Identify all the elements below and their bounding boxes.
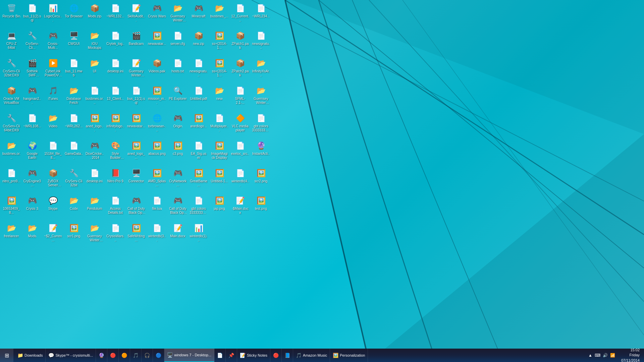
desktop-icon-10653409[interactable]: 🖼️10653409_8... xyxy=(2,194,21,221)
desktop-icon-style-builder[interactable]: 🎨Style Builder 2014 xyxy=(106,139,125,166)
desktop-icon-crysis-multi[interactable]: 🎮Crysis-Multi... xyxy=(43,29,63,56)
taskbar-item-skype-task[interactable]: 💬Skype™ - crysismulti... xyxy=(46,349,96,362)
desktop-icon-cod-blackops-ii[interactable]: 🎮Call of Duty Black Ops I... xyxy=(168,194,187,221)
desktop-icon-cwgui[interactable]: 🖥️CWGUI xyxy=(64,29,84,56)
desktop-icon-crynetwork[interactable]: 🎮CryNetwork... xyxy=(168,167,187,193)
desktop-icon-iou-mockups[interactable]: 📂IOU Mockups xyxy=(85,29,104,56)
show-hidden-icon[interactable]: ▲ xyxy=(588,352,593,358)
taskbar-item-task-extra2[interactable]: 📌 xyxy=(226,349,237,362)
desktop-icon-untitled-1[interactable]: 🖼️Untitled-1... xyxy=(210,167,229,193)
desktop-icon-s2-current[interactable]: 📝~$2_Curren... xyxy=(43,222,63,248)
taskbar-item-amazon-music[interactable]: 🎵Amazon Music xyxy=(293,349,330,362)
desktop-icon-amd-splash[interactable]: 🖼️AMD_Splas... xyxy=(147,167,167,193)
taskbar-item-personalization[interactable]: 🖼️Personalization xyxy=(330,349,368,362)
desktop-icon-skype[interactable]: 💬Skype xyxy=(43,194,63,221)
desktop-icon-wrl234[interactable]: 📄~WRL234... xyxy=(251,2,271,28)
desktop-icon-anedlogo2[interactable]: 🖼️anedlogo... xyxy=(189,112,208,138)
desktop-icon-main-docx[interactable]: 📝-$Main.docx xyxy=(230,194,250,221)
desktop-icon-gamedata[interactable]: 📄GameData... xyxy=(64,139,84,166)
desktop-icon-abacus-png[interactable]: 🖼️abacus.png xyxy=(147,139,167,166)
taskbar-item-task-extra1[interactable]: 📄 xyxy=(214,349,226,362)
desktop-icon-crysis3[interactable]: 🎮Crysis 3 xyxy=(22,194,42,221)
desktop-icon-nitro-pro9[interactable]: 📄nitro_pro9... xyxy=(2,167,21,193)
taskbar-item-windows7-desktop[interactable]: 🖥️windows 7 - Desktop... xyxy=(164,349,214,362)
desktop-icon-bandicam[interactable]: 🎬Bandicam xyxy=(126,29,146,56)
desktop-icon-winterdb3[interactable]: 📄winterdb(3... xyxy=(147,222,167,248)
desktop-icon-vlc[interactable]: 🔶VLC media player xyxy=(230,112,250,138)
desktop-icon-guernsey-winter4[interactable]: 📂Guernsey Winter 2014... xyxy=(85,222,104,248)
desktop-icon-cod-blackops-i[interactable]: 🎮Call of Duty Black Ops I... xyxy=(126,194,146,221)
network-icon[interactable]: 📶 xyxy=(609,352,616,358)
desktop-icon-dicecricket[interactable]: 🎮DiceCricke... 2014 xyxy=(85,139,104,166)
desktop-icon-gbt-colors2[interactable]: 📄gbt colors 333333330... xyxy=(189,194,208,221)
desktop-icon-main-docx2[interactable]: 📝Main.docx xyxy=(168,222,187,248)
desktop-icon-logic-circuit[interactable]: 📊LogicCircu... xyxy=(43,2,63,28)
desktop-icon-multiplayer[interactable]: 📄Multiplayer... xyxy=(210,112,229,138)
desktop-icon-jap-png[interactable]: 🖼️jap.png xyxy=(210,194,229,221)
desktop-icon-video[interactable]: 📂Video xyxy=(43,112,63,138)
desktop-icon-ss2014-1[interactable]: 🖼️ss+(2014-1... xyxy=(210,29,229,56)
desktop-icon-crytek-log[interactable]: 📄Crytek_log... xyxy=(106,29,125,56)
desktop-icon-cpuid[interactable]: 💻CPU-Z 64bit xyxy=(2,29,21,56)
desktop-icon-exetoc[interactable]: 📄exetoc_src... xyxy=(230,139,250,166)
desktop-icon-oracle-vm[interactable]: 📦Oracle VM VirtualBox xyxy=(2,84,21,111)
desktop-icon-bustimes1[interactable]: 📂bustimes_... xyxy=(210,2,229,28)
desktop-icon-wrl108[interactable]: 📄~WRL108... xyxy=(22,112,42,138)
desktop-icon-desktop-ini[interactable]: 📄desktop.ini xyxy=(106,57,125,83)
desktop-icon-recycle-bin[interactable]: 🗑️Recycle Bin xyxy=(2,2,21,28)
desktop-icon-newsignatu2[interactable]: 📄newsignatu... xyxy=(189,57,208,83)
desktop-icon-new-folder[interactable]: 📂new xyxy=(210,84,229,111)
taskbar-item-winamp[interactable]: 🎧 xyxy=(142,349,153,362)
desktop-icon-ea-sig[interactable]: 📄EA_Sig.usm xyxy=(189,139,208,166)
desktop-icon-zpatch1[interactable]: 📦ZPatch1.pak xyxy=(230,29,250,56)
desktop-icon-scr1-png[interactable]: 🖼️scr1.png xyxy=(64,222,84,248)
desktop-icon-newavatar2[interactable]: 🖼️newavatar... xyxy=(126,112,146,138)
desktop-icon-nitro-pro9-2[interactable]: 📕Nitro Pro 9 xyxy=(106,167,125,193)
desktop-icon-gbt-colors1[interactable]: 📄gbt colors 333333330... xyxy=(251,112,271,138)
desktop-icon-bustimes2[interactable]: 📂bustimes.or... xyxy=(2,139,21,166)
desktop-icon-greatbarne[interactable]: 🖼️GreatBarne... xyxy=(189,167,208,193)
desktop-icon-sfml-21[interactable]: 📄SFML-2.1-... xyxy=(230,84,250,111)
desktop-icon-torbrowser[interactable]: 🌐torbrowser-... xyxy=(147,112,167,138)
desktop-icon-crysrv-cli[interactable]: 🔧CryServ-Cli... xyxy=(22,29,42,56)
desktop-icon-aned-logo[interactable]: 🖼️aned_logo... xyxy=(85,112,104,138)
desktop-icon-guernsey-winter3[interactable]: 📂Guernsey Winter 201... xyxy=(251,84,271,111)
desktop-icon-new-zip[interactable]: 📦new.zip xyxy=(189,29,208,56)
desktop-icon-imagemagick[interactable]: 🖼️ImageMagick Display xyxy=(210,139,229,166)
desktop-icon-mods[interactable]: 📂Mods xyxy=(22,222,42,248)
desktop-icon-mission-m[interactable]: 🖼️mission_m... xyxy=(147,84,167,111)
desktop-icon-hosts-txt[interactable]: 📄hosts.txt xyxy=(168,57,187,83)
desktop-icon-videos-pak[interactable]: 📦Videos.pak xyxy=(147,57,167,83)
desktop-icon-pe-explorer[interactable]: 🔍PE Explorer xyxy=(168,84,187,111)
desktop-icon-bus-11-2-sql[interactable]: 📄bus_11(2).sql xyxy=(22,2,42,28)
desktop-icon-freelancer[interactable]: 📂freelancer xyxy=(2,222,21,248)
desktop-icon-wrl132[interactable]: 📄~WRL132... xyxy=(106,2,125,28)
desktop-icon-aned-logo2[interactable]: 🖼️aned_logo_... xyxy=(126,139,146,166)
desktop-icon-guernsey-winter1[interactable]: 📂Guernsey Winter 201... xyxy=(168,2,187,28)
desktop-icon-guernsey-winter2[interactable]: 📝Guernsey Winter 201... xyxy=(126,57,146,83)
desktop-icon-skills-audit[interactable]: 📝SkillsAudit... xyxy=(126,2,146,28)
desktop-icon-zybox-server[interactable]: 📦ZyBOX Server Network (B... xyxy=(43,167,63,193)
desktop-icon-minecraft[interactable]: 🎮Minecraft xyxy=(189,2,208,28)
desktop-icon-code[interactable]: 📂Code xyxy=(64,194,84,221)
taskbar-item-task-extra3[interactable]: 🔴 xyxy=(270,349,282,362)
desktop-icon-bus11-1-sql[interactable]: 📄bus_11(1).sql xyxy=(126,84,146,111)
desktop-icon-desktop-ini2[interactable]: 📄desktop.ini xyxy=(85,167,104,193)
desktop-icon-zpatch2[interactable]: 📦ZPatch2.pak xyxy=(230,57,250,83)
desktop-icon-crysrv-32bit2[interactable]: 🔧CryServ-Cli 32bit xyxy=(64,167,84,193)
desktop-icon-ss2014-2[interactable]: 🖼️ss+(2014-1... xyxy=(210,57,229,83)
taskbar-item-vs-task[interactable]: 🔮 xyxy=(96,349,107,362)
desktop-icon-cyberlink[interactable]: ▶️CyberLink PowerDVD 14 xyxy=(43,57,63,83)
desktop-icon-winterdb4[interactable]: 📄winterdb(4... xyxy=(230,167,250,193)
desktop-icon-infinityxs[interactable]: 📂InfinityXsAr... xyxy=(251,57,271,83)
desktop-icon-test-png[interactable]: 🖼️test.png xyxy=(251,194,271,221)
desktop-icon-13-client[interactable]: 📄13_Client... xyxy=(106,84,125,111)
desktop-icon-database-fetch[interactable]: 📂Database Fetch xyxy=(64,84,84,111)
desktop-icon-google-earth[interactable]: 🌍Google Earth xyxy=(22,139,42,166)
desktop-icon-file-lua[interactable]: 📄file.lua xyxy=(147,194,167,221)
desktop-icon-connector[interactable]: 🖥️Connector xyxy=(126,167,146,193)
desktop-icon-cryengine3[interactable]: 🎮CryEngine3... xyxy=(22,167,42,193)
taskbar-item-sticky-notes[interactable]: 📝Sticky Notes xyxy=(237,349,270,362)
taskbar-item-red-task[interactable]: 🔴 xyxy=(107,349,119,362)
desktop-icon-wrl262[interactable]: 📄~WRL262... xyxy=(64,112,84,138)
